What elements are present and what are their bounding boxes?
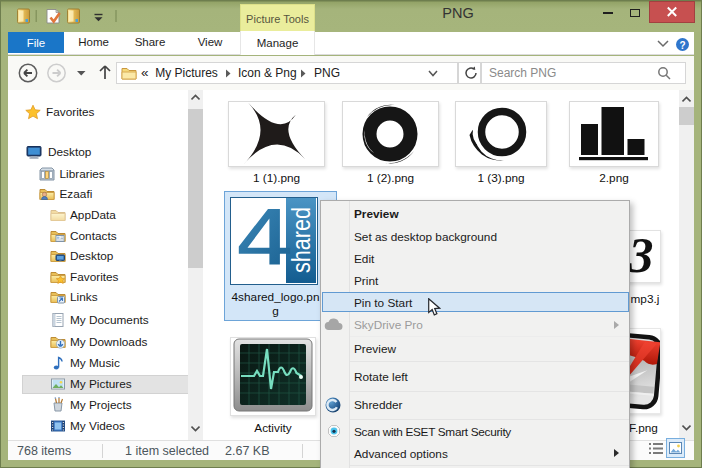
svg-text:3: 3 bbox=[628, 231, 654, 282]
svg-text:shared: shared bbox=[286, 207, 316, 273]
